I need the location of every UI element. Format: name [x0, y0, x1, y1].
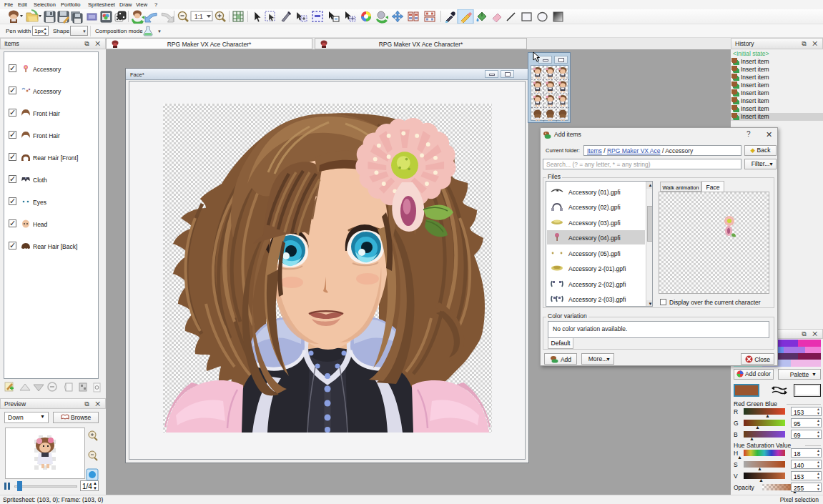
svg-text:1:1: 1:1: [194, 13, 203, 20]
